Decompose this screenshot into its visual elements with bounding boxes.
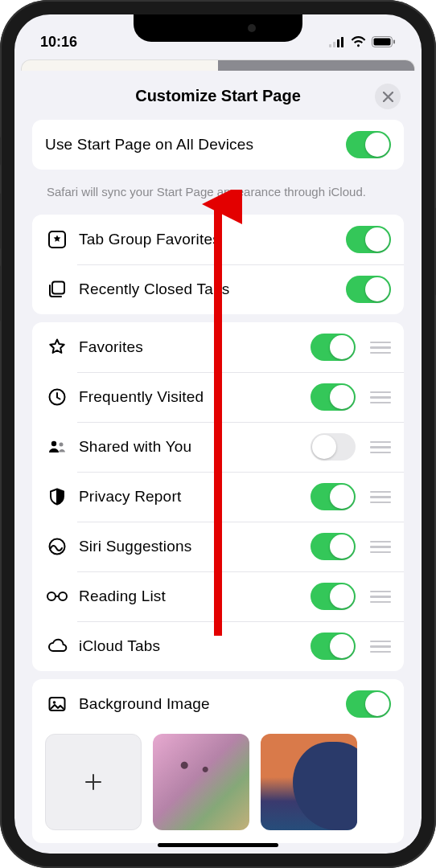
tab-group-section: Tab Group Favorites Recently Closed Tabs <box>32 215 404 314</box>
favorites-toggle[interactable] <box>311 334 356 361</box>
two-squares-icon <box>45 279 69 300</box>
sheet-header: Customize Start Page <box>32 71 404 120</box>
status-indicators <box>329 36 396 47</box>
people-icon <box>45 436 69 457</box>
svg-rect-3 <box>341 37 343 47</box>
svg-rect-2 <box>337 39 339 47</box>
device-frame: 10:16 Customize Start Page Use Start Pag… <box>0 0 436 868</box>
add-background-button[interactable] <box>45 734 142 830</box>
drag-handle[interactable] <box>370 591 391 604</box>
background-page-peek <box>21 59 415 71</box>
drag-handle[interactable] <box>370 491 391 504</box>
wifi-icon <box>351 36 366 47</box>
svg-rect-5 <box>374 39 391 46</box>
star-icon <box>45 337 69 358</box>
shared-with-you-row: Shared with You <box>32 422 404 472</box>
row-label: Recently Closed Tabs <box>79 280 346 298</box>
background-image-toggle[interactable] <box>346 690 391 718</box>
drag-handle[interactable] <box>370 541 391 554</box>
privacy-report-row: Privacy Report <box>32 472 404 522</box>
clock-icon <box>45 387 69 407</box>
siri-suggestions-toggle[interactable] <box>311 533 356 560</box>
drag-handle[interactable] <box>370 641 391 653</box>
frequently-visited-row: Frequently Visited <box>32 372 404 422</box>
svg-point-13 <box>47 592 56 600</box>
notch <box>134 14 302 42</box>
close-button[interactable] <box>375 84 401 109</box>
row-label: iCloud Tabs <box>79 637 311 655</box>
use-start-page-all-devices-row: Use Start Page on All Devices <box>32 120 404 170</box>
privacy-report-toggle[interactable] <box>311 483 356 510</box>
row-label: Favorites <box>79 338 311 356</box>
icloud-tabs-toggle[interactable] <box>311 633 356 660</box>
svg-rect-8 <box>52 282 64 294</box>
recently-closed-tabs-toggle[interactable] <box>346 276 391 303</box>
svg-rect-1 <box>333 42 335 47</box>
svg-point-10 <box>51 441 56 446</box>
status-time: 10:16 <box>40 34 77 51</box>
use-start-page-all-devices-toggle[interactable] <box>346 131 391 158</box>
glasses-icon <box>45 586 69 607</box>
background-option-2[interactable] <box>261 734 357 830</box>
svg-point-16 <box>53 701 56 704</box>
favorites-row: Favorites <box>32 322 404 372</box>
background-option-1[interactable] <box>153 734 249 830</box>
sync-footer-text: Safari will sync your Start Page appeara… <box>32 178 404 215</box>
row-label: Use Start Page on All Devices <box>45 136 346 154</box>
drag-handle[interactable] <box>370 441 391 454</box>
svg-rect-0 <box>329 44 331 47</box>
close-icon <box>383 92 393 102</box>
customize-sheet: Customize Start Page Use Start Page on A… <box>18 71 418 845</box>
background-image-row: Background Image <box>32 679 404 729</box>
cellular-icon <box>329 37 345 47</box>
reading-list-toggle[interactable] <box>311 583 356 610</box>
row-label: Tab Group Favorites <box>79 231 346 248</box>
recently-closed-tabs-row: Recently Closed Tabs <box>32 264 404 314</box>
icloud-tabs-row: iCloud Tabs <box>32 621 404 671</box>
svg-rect-6 <box>393 40 395 44</box>
reading-list-row: Reading List <box>32 571 404 621</box>
screen: 10:16 Customize Start Page Use Start Pag… <box>14 14 422 854</box>
sync-group: Use Start Page on All Devices <box>32 120 404 170</box>
image-icon <box>45 694 69 714</box>
drag-handle[interactable] <box>370 342 391 354</box>
silent-switch <box>0 137 1 166</box>
siri-icon <box>45 536 69 557</box>
background-image-group: Background Image <box>32 679 404 843</box>
row-label: Frequently Visited <box>79 388 311 406</box>
shield-icon <box>45 486 69 507</box>
row-label: Background Image <box>79 695 346 713</box>
row-label: Privacy Report <box>79 488 311 506</box>
frequently-visited-toggle[interactable] <box>311 383 356 411</box>
volume-down <box>0 265 1 321</box>
tab-group-favorites-toggle[interactable] <box>346 226 391 253</box>
row-label: Shared with You <box>79 438 311 456</box>
row-label: Siri Suggestions <box>79 538 311 555</box>
siri-suggestions-row: Siri Suggestions <box>32 522 404 571</box>
star-box-icon <box>45 229 69 250</box>
svg-point-11 <box>60 443 64 447</box>
sections-list: Favorites Frequently Visited Shared with… <box>32 322 404 671</box>
drag-handle[interactable] <box>370 391 391 404</box>
sheet-title: Customize Start Page <box>32 87 404 105</box>
svg-point-14 <box>59 592 67 600</box>
volume-up <box>0 193 1 249</box>
tab-group-favorites-row: Tab Group Favorites <box>32 215 404 264</box>
background-thumbnails <box>32 729 404 843</box>
battery-icon <box>372 36 396 47</box>
cloud-icon <box>45 636 69 657</box>
plus-icon <box>84 772 103 792</box>
row-label: Reading List <box>79 588 311 605</box>
shared-with-you-toggle[interactable] <box>311 433 356 461</box>
home-indicator[interactable] <box>158 843 278 847</box>
